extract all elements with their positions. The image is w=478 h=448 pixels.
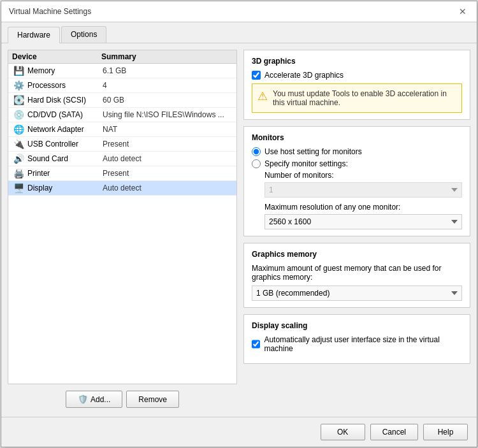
device-icon-processors: ⚙️ (12, 80, 25, 90)
device-summary-cell: 6.1 GB (103, 66, 233, 75)
warning-box: ⚠ You must update Tools to enable 3D acc… (252, 83, 462, 113)
ok-button[interactable]: OK (321, 424, 365, 440)
radio-host-row: Use host setting for monitors (252, 147, 462, 156)
table-row[interactable]: 🔊 Sound Card Auto detect (8, 152, 236, 166)
radio-specify-label: Specify monitor settings: (264, 159, 348, 168)
graphics-memory-title: Graphics memory (252, 250, 462, 259)
table-row[interactable]: 💿 CD/DVD (SATA) Using file N:\ISO FILES\… (8, 108, 236, 122)
num-monitors-field: Number of monitors: 1 (264, 171, 462, 198)
accelerate-3d-label: Accelerate 3D graphics (264, 71, 344, 80)
device-summary-cell: 60 GB (103, 96, 233, 105)
col-device-header: Device (12, 52, 101, 61)
device-icon-printer: 🖨️ (12, 168, 25, 178)
device-icon-sound-card: 🔊 (12, 154, 25, 164)
device-summary-cell: 4 (103, 81, 233, 90)
graphics-memory-section: Graphics memory Maximum amount of guest … (243, 243, 470, 308)
device-summary-cell: Present (103, 140, 233, 148)
close-button[interactable]: ✕ (456, 6, 469, 17)
table-row[interactable]: 💾 Memory 6.1 GB (8, 64, 236, 78)
max-resolution-select[interactable]: 640 x 480 800 x 600 1024 x 768 1280 x 10… (264, 214, 462, 229)
radio-host-label: Use host setting for monitors (264, 147, 362, 156)
graphics-memory-select[interactable]: 256 MB 512 MB 1 GB (recommended) 2 GB 4 … (252, 285, 462, 301)
radio-host[interactable] (252, 147, 261, 156)
title-bar: Virtual Machine Settings ✕ (1, 1, 477, 22)
num-monitors-label: Number of monitors: (264, 171, 462, 180)
add-button[interactable]: 🛡️ Add... (66, 391, 122, 408)
device-name-cell: CD/DVD (SATA) (27, 110, 103, 119)
warning-icon: ⚠ (257, 89, 268, 103)
device-name-cell: Processors (27, 81, 103, 90)
display-scaling-section: Display scaling Automatically adjust use… (243, 314, 470, 364)
add-button-label: Add... (91, 395, 110, 404)
left-panel: Device Summary 💾 Memory 6.1 GB ⚙️ Proces… (8, 50, 237, 410)
monitors-section-title: Monitors (252, 133, 462, 142)
device-summary-cell: Present (103, 169, 233, 178)
device-icon-hard-disk-(scsi): 💽 (12, 95, 25, 105)
virtual-machine-settings-window: Virtual Machine Settings ✕ Hardware Opti… (1, 1, 477, 447)
device-icon-network-adapter: 🌐 (12, 124, 25, 134)
warning-text: You must update Tools to enable 3D accel… (273, 89, 456, 107)
device-name-cell: USB Controller (27, 140, 103, 148)
radio-specify[interactable] (252, 159, 261, 168)
auto-adjust-label: Automatically adjust user interface size… (264, 335, 462, 353)
table-row[interactable]: 🖥️ Display Auto detect (8, 181, 236, 196)
device-name-cell: Sound Card (27, 154, 103, 163)
device-icon-usb-controller: 🔌 (12, 139, 25, 149)
shield-icon: 🛡️ (78, 394, 88, 404)
main-content: Device Summary 💾 Memory 6.1 GB ⚙️ Proces… (1, 43, 477, 417)
cancel-button[interactable]: Cancel (370, 424, 418, 440)
col-summary-header: Summary (101, 52, 233, 61)
max-resolution-field: Maximum resolution of any one monitor: 6… (264, 203, 462, 229)
table-row[interactable]: ⚙️ Processors 4 (8, 78, 236, 93)
graphics-memory-desc: Maximum amount of guest memory that can … (252, 264, 462, 282)
device-icon-display: 🖥️ (12, 183, 25, 193)
table-row[interactable]: 🌐 Network Adapter NAT (8, 122, 236, 137)
device-rows-container: 💾 Memory 6.1 GB ⚙️ Processors 4 💽 Hard D… (8, 64, 236, 196)
device-summary-cell: Using file N:\ISO FILES\Windows ... (103, 110, 233, 119)
device-table-header: Device Summary (8, 50, 236, 64)
graphics-section: 3D graphics Accelerate 3D graphics ⚠ You… (243, 50, 470, 120)
tab-options[interactable]: Options (61, 26, 106, 43)
device-name-cell: Network Adapter (27, 125, 103, 134)
window-title: Virtual Machine Settings (9, 7, 91, 16)
device-table: Device Summary 💾 Memory 6.1 GB ⚙️ Proces… (8, 50, 237, 384)
monitors-section: Monitors Use host setting for monitors S… (243, 126, 470, 236)
device-summary-cell: Auto detect (103, 154, 233, 163)
auto-adjust-checkbox[interactable] (252, 340, 260, 349)
device-name-cell: Memory (27, 66, 103, 75)
left-buttons: 🛡️ Add... Remove (8, 388, 237, 410)
accelerate-3d-checkbox[interactable] (252, 71, 261, 80)
device-summary-cell: Auto detect (103, 184, 233, 192)
device-name-cell: Hard Disk (SCSI) (27, 96, 103, 105)
device-summary-cell: NAT (103, 125, 233, 134)
accelerate-row: Accelerate 3D graphics (252, 71, 462, 80)
table-row[interactable]: 🔌 USB Controller Present (8, 137, 236, 152)
num-monitors-select[interactable]: 1 (264, 182, 462, 198)
table-row[interactable]: 🖨️ Printer Present (8, 166, 236, 181)
radio-specify-row: Specify monitor settings: (252, 159, 462, 168)
footer-bar: OK Cancel Help (1, 417, 477, 447)
monitors-radio-group: Use host setting for monitors Specify mo… (252, 147, 462, 168)
device-icon-cd/dvd-(sata): 💿 (12, 110, 25, 120)
help-button[interactable]: Help (423, 424, 468, 440)
device-name-cell: Display (27, 184, 103, 192)
max-resolution-label: Maximum resolution of any one monitor: (264, 203, 462, 212)
display-scaling-title: Display scaling (252, 321, 462, 330)
right-panel: 3D graphics Accelerate 3D graphics ⚠ You… (243, 50, 470, 410)
table-row[interactable]: 💽 Hard Disk (SCSI) 60 GB (8, 93, 236, 108)
tab-hardware[interactable]: Hardware (8, 27, 60, 43)
device-icon-memory: 💾 (12, 66, 25, 76)
auto-adjust-row: Automatically adjust user interface size… (252, 335, 462, 353)
graphics-section-title: 3D graphics (252, 57, 462, 66)
device-name-cell: Printer (27, 169, 103, 178)
tab-bar: Hardware Options (1, 22, 477, 43)
remove-button[interactable]: Remove (126, 391, 179, 408)
